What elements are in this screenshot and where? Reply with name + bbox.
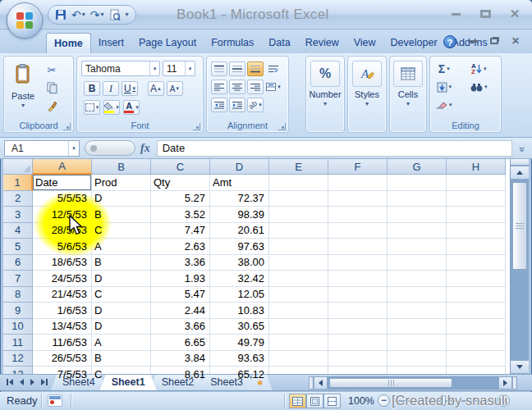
decrease-indent-button[interactable]: [211, 98, 227, 112]
cell-g12[interactable]: [388, 351, 447, 367]
cell-e5[interactable]: [269, 239, 328, 255]
cell-b1[interactable]: Prod: [92, 175, 151, 191]
cell-e12[interactable]: [269, 351, 328, 367]
underline-button[interactable]: U▾: [122, 81, 138, 96]
cell-f9[interactable]: [328, 303, 388, 319]
tab-data[interactable]: Data: [261, 33, 297, 53]
cell-e9[interactable]: [269, 303, 328, 319]
redo-dropdown-icon[interactable]: ▾: [100, 9, 103, 20]
underline-dropdown-icon[interactable]: ▾: [133, 85, 136, 92]
cell-e8[interactable]: [269, 287, 328, 303]
align-middle-button[interactable]: [229, 61, 245, 76]
cell-d3[interactable]: 98.39: [210, 207, 269, 223]
row-header-4[interactable]: 4: [3, 223, 33, 239]
cell-c1[interactable]: Qty: [151, 175, 210, 191]
cell-a12[interactable]: 26/5/53: [33, 351, 92, 367]
cell-c8[interactable]: 5.47: [151, 287, 210, 303]
cell-c6[interactable]: 3.36: [151, 255, 210, 271]
cell-e1[interactable]: [269, 175, 328, 191]
paste-dropdown-icon[interactable]: ▾: [21, 102, 25, 109]
zoom-level[interactable]: 100%: [348, 395, 374, 407]
scroll-left-button[interactable]: [314, 376, 328, 390]
cell-c4[interactable]: 7.47: [151, 223, 210, 239]
tab-view[interactable]: View: [346, 33, 383, 53]
minimize-button[interactable]: [447, 7, 465, 20]
cell-b12[interactable]: B: [92, 351, 151, 367]
tab-review[interactable]: Review: [298, 33, 346, 53]
italic-button[interactable]: I: [103, 81, 119, 96]
page-break-preview-button[interactable]: [323, 394, 341, 408]
cell-f3[interactable]: [328, 207, 388, 223]
first-sheet-button[interactable]: [7, 379, 13, 385]
cell-d12[interactable]: 93.63: [210, 351, 269, 367]
column-header-f[interactable]: F: [328, 159, 388, 175]
paste-button[interactable]: Paste ▾: [7, 61, 39, 109]
column-header-c[interactable]: C: [151, 159, 210, 175]
row-header-5[interactable]: 5: [3, 239, 33, 255]
last-sheet-button[interactable]: [41, 379, 48, 385]
cell-b8[interactable]: C: [92, 287, 151, 303]
increase-indent-button[interactable]: [229, 98, 245, 112]
cell-b2[interactable]: D: [92, 191, 151, 207]
cell-e4[interactable]: [269, 223, 328, 239]
cells-button[interactable]: Cells ▾: [392, 61, 424, 107]
horizontal-scroll-thumb[interactable]: [329, 378, 452, 388]
name-box[interactable]: A1▾: [4, 140, 80, 157]
cell-h5[interactable]: [447, 239, 506, 255]
alignment-dialog-launcher[interactable]: [278, 123, 286, 130]
horizontal-scrollbar[interactable]: [309, 376, 517, 390]
fill-color-button[interactable]: ▾: [103, 100, 120, 115]
cell-b3[interactable]: B: [92, 207, 151, 223]
cell-c11[interactable]: 6.65: [151, 335, 210, 351]
cell-h12[interactable]: [447, 351, 506, 367]
cell-f1[interactable]: [328, 175, 388, 191]
workbook-minimize-button[interactable]: [465, 34, 481, 48]
row-header-6[interactable]: 6: [3, 255, 33, 271]
next-sheet-button[interactable]: [30, 379, 34, 385]
font-color-button[interactable]: A ▾: [123, 100, 140, 115]
cell-h9[interactable]: [447, 303, 506, 319]
save-button[interactable]: [55, 9, 66, 20]
font-family-select[interactable]: Tahoma▾: [81, 61, 160, 76]
undo-button[interactable]: ↶▾: [71, 9, 85, 20]
grow-font-button[interactable]: A▲: [148, 81, 164, 96]
vertical-split-handle[interactable]: [511, 159, 529, 166]
cut-button[interactable]: ✂: [44, 62, 60, 77]
zoom-out-button[interactable]: −: [378, 394, 390, 407]
cell-f11[interactable]: [328, 335, 388, 351]
tab-page-layout[interactable]: Page Layout: [131, 33, 204, 53]
cell-f2[interactable]: [328, 191, 388, 207]
cell-b4[interactable]: C: [92, 223, 151, 239]
align-center-button[interactable]: [229, 80, 245, 94]
cell-g9[interactable]: [388, 303, 447, 319]
cell-e7[interactable]: [269, 271, 328, 287]
copy-button[interactable]: [44, 80, 60, 95]
vertical-scroll-thumb[interactable]: [512, 182, 527, 270]
cell-g10[interactable]: [388, 319, 447, 335]
cell-f8[interactable]: [328, 287, 388, 303]
cell-b5[interactable]: A: [92, 239, 151, 255]
cell-c7[interactable]: 1.93: [151, 271, 210, 287]
align-bottom-button[interactable]: [247, 61, 264, 76]
align-right-button[interactable]: [247, 80, 264, 94]
column-header-e[interactable]: E: [269, 159, 328, 175]
cell-a6[interactable]: 18/6/53: [33, 255, 92, 271]
cell-b6[interactable]: B: [92, 255, 151, 271]
name-box-dropdown-icon[interactable]: ▾: [68, 141, 79, 156]
redo-button[interactable]: ↷▾: [90, 9, 104, 20]
tab-insert[interactable]: Insert: [91, 33, 131, 53]
cell-b9[interactable]: D: [92, 303, 151, 319]
row-header-2[interactable]: 2: [3, 191, 33, 207]
styles-button[interactable]: A Styles ▾: [351, 61, 383, 107]
clear-button[interactable]: ▾: [435, 98, 453, 112]
scroll-up-button[interactable]: [511, 166, 529, 180]
column-header-a[interactable]: A: [33, 159, 92, 175]
cell-d6[interactable]: 38.00: [210, 255, 269, 271]
cell-d11[interactable]: 49.79: [210, 335, 269, 351]
cell-g5[interactable]: [388, 239, 447, 255]
font-size-select[interactable]: 11▾: [163, 61, 195, 76]
cell-d5[interactable]: 97.63: [210, 239, 269, 255]
previous-sheet-button[interactable]: [20, 379, 24, 385]
cell-a7[interactable]: 24/5/53: [33, 271, 92, 287]
cell-e6[interactable]: [269, 255, 328, 271]
